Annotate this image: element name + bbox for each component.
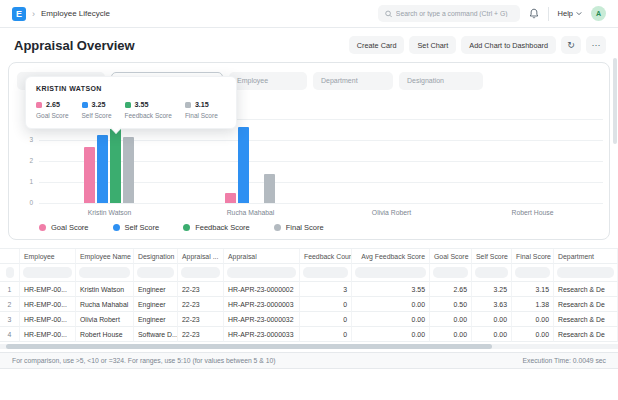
cell[interactable]: HR-APR-23-0000032 xyxy=(224,312,300,327)
column-header-Goal Score[interactable]: Goal Score xyxy=(430,249,472,264)
cell[interactable]: 22-23 xyxy=(178,312,224,327)
notification-bell-icon[interactable] xyxy=(529,8,539,19)
cell[interactable]: 3 xyxy=(0,312,20,327)
column-filter-input[interactable] xyxy=(475,267,508,278)
bar-feedback-score-0[interactable] xyxy=(110,128,121,203)
cell[interactable]: Engineer xyxy=(134,312,178,327)
avatar[interactable]: A xyxy=(591,6,606,21)
cell[interactable]: 0.00 xyxy=(472,327,512,342)
column-header-Avg Feedback Score[interactable]: Avg Feedback Score xyxy=(352,249,430,264)
cell[interactable]: 0.00 xyxy=(472,312,512,327)
column-header-Department[interactable]: Department xyxy=(554,249,618,264)
bar-goal-score-1[interactable] xyxy=(225,193,236,204)
cell[interactable]: Robert House xyxy=(76,327,134,342)
legend-item-final-score[interactable]: Final Score xyxy=(274,223,324,232)
global-search[interactable] xyxy=(378,5,520,22)
legend-item-goal-score[interactable]: Goal Score xyxy=(39,223,89,232)
cell[interactable]: Rucha Mahabal xyxy=(76,297,134,312)
cell[interactable]: 0 xyxy=(300,312,352,327)
cell[interactable]: 0.00 xyxy=(512,312,554,327)
column-filter-input[interactable] xyxy=(303,267,348,278)
cell[interactable]: HR-EMP-00... xyxy=(20,312,76,327)
cell[interactable]: 3.25 xyxy=(472,282,512,297)
column-filter-Designation[interactable] xyxy=(134,264,178,282)
cell[interactable]: 2 xyxy=(0,297,20,312)
cell[interactable]: HR-EMP-00... xyxy=(20,297,76,312)
help-menu[interactable]: Help xyxy=(558,9,582,18)
cell[interactable]: HR-APR-23-0000033 xyxy=(224,327,300,342)
cell[interactable]: 22-23 xyxy=(178,327,224,342)
cell[interactable]: 3 xyxy=(300,282,352,297)
cell[interactable]: 0.00 xyxy=(352,312,430,327)
column-header-Feedback Count[interactable]: Feedback Count xyxy=(300,249,352,264)
column-header-index[interactable] xyxy=(0,249,20,264)
cell[interactable]: 0.00 xyxy=(512,327,554,342)
cell[interactable]: 3.15 xyxy=(512,282,554,297)
more-menu-button[interactable]: ··· xyxy=(586,36,606,54)
cell[interactable]: Research & De xyxy=(554,297,618,312)
cell[interactable]: HR-APR-23-0000003 xyxy=(224,297,300,312)
cell[interactable]: 0.00 xyxy=(352,327,430,342)
cell[interactable]: Olivia Robert xyxy=(76,312,134,327)
column-filter-Appraisal[interactable] xyxy=(224,264,300,282)
cell[interactable]: Research & De xyxy=(554,312,618,327)
cell[interactable]: 3.63 xyxy=(472,297,512,312)
column-filter-index[interactable] xyxy=(0,264,20,282)
cell[interactable]: 0 xyxy=(300,297,352,312)
cell[interactable]: 1.38 xyxy=(512,297,554,312)
column-filter-Employee Name[interactable] xyxy=(76,264,134,282)
filter-employee[interactable]: Employee xyxy=(229,72,307,90)
legend-item-feedback-score[interactable]: Feedback Score xyxy=(183,223,250,232)
column-header-Self Score[interactable]: Self Score xyxy=(472,249,512,264)
cell[interactable]: 3.55 xyxy=(352,282,430,297)
column-filter-input[interactable] xyxy=(355,267,426,278)
cell[interactable]: 22-23 xyxy=(178,297,224,312)
cell[interactable]: Engineer xyxy=(134,282,178,297)
column-filter-Feedback Count[interactable] xyxy=(300,264,352,282)
column-header-Appraisal ...[interactable]: Appraisal ... xyxy=(178,249,224,264)
column-filter-input[interactable] xyxy=(79,267,130,278)
cell[interactable]: HR-EMP-00... xyxy=(20,282,76,297)
app-logo[interactable]: E xyxy=(12,7,26,21)
create-card-button[interactable]: Create Card xyxy=(349,36,405,54)
column-header-Final Score[interactable]: Final Score xyxy=(512,249,554,264)
set-chart-button[interactable]: Set Chart xyxy=(409,36,456,54)
column-filter-input[interactable] xyxy=(23,267,72,278)
cell[interactable]: 0 xyxy=(300,327,352,342)
bar-final-score-1[interactable] xyxy=(264,174,275,203)
filter-department[interactable]: Department xyxy=(313,72,393,90)
filter-designation[interactable]: Designation xyxy=(399,72,483,90)
refresh-button[interactable]: ↻ xyxy=(561,36,581,54)
column-filter-Self Score[interactable] xyxy=(472,264,512,282)
cell[interactable]: 0.00 xyxy=(352,297,430,312)
bar-self-score-1[interactable] xyxy=(238,127,249,203)
column-filter-input[interactable] xyxy=(227,267,296,278)
add-chart-to-dashboard-button[interactable]: Add Chart to Dashboard xyxy=(461,36,556,54)
column-filter-input[interactable] xyxy=(433,267,468,278)
horizontal-scrollbar-thumb[interactable] xyxy=(6,344,492,349)
cell[interactable]: 2.65 xyxy=(430,282,472,297)
column-filter-Goal Score[interactable] xyxy=(430,264,472,282)
breadcrumb[interactable]: Employee Lifecycle xyxy=(41,9,110,18)
cell[interactable]: 22-23 xyxy=(178,282,224,297)
table-row[interactable]: 4HR-EMP-00...Robert HouseSoftware D...22… xyxy=(0,327,618,342)
bar-final-score-0[interactable] xyxy=(123,137,134,203)
cell[interactable]: 1 xyxy=(0,282,20,297)
cell[interactable]: Software D... xyxy=(134,327,178,342)
column-header-Employee[interactable]: Employee xyxy=(20,249,76,264)
cell[interactable]: Kristin Watson xyxy=(76,282,134,297)
column-filter-input[interactable] xyxy=(181,267,220,278)
bar-goal-score-0[interactable] xyxy=(84,147,95,203)
column-filter-input[interactable] xyxy=(557,267,614,278)
column-header-Designation[interactable]: Designation xyxy=(134,249,178,264)
column-filter-Appraisal ...[interactable] xyxy=(178,264,224,282)
cell[interactable]: HR-APR-23-0000002 xyxy=(224,282,300,297)
column-filter-input[interactable] xyxy=(137,267,174,278)
column-header-Employee Name[interactable]: Employee Name xyxy=(76,249,134,264)
cell[interactable]: HR-EMP-00... xyxy=(20,327,76,342)
vertical-scrollbar-thumb[interactable] xyxy=(613,58,617,144)
bar-self-score-0[interactable] xyxy=(97,135,108,203)
column-filter-Department[interactable] xyxy=(554,264,618,282)
cell[interactable]: 0.50 xyxy=(430,297,472,312)
cell[interactable]: 4 xyxy=(0,327,20,342)
